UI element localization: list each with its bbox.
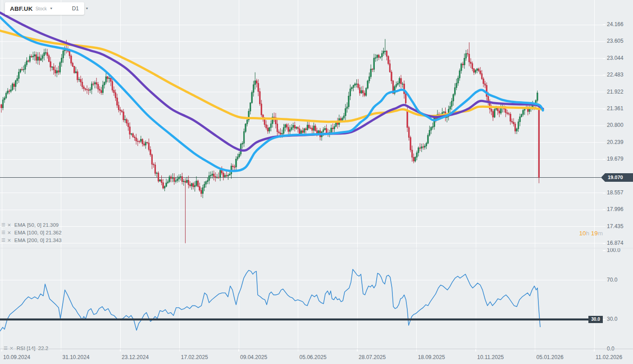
- chevron-down-icon: ▼: [50, 7, 53, 10]
- candle-countdown: 10h 19m: [549, 230, 603, 237]
- rsi-threshold-badge: 30.0: [588, 316, 603, 323]
- ema100-legend-row: ☰ ✕ EMA [100, 0] 21.362: [1, 229, 62, 236]
- trading-chart-window: 24.16623.60523.04422.48321.92221.36120.8…: [0, 0, 633, 364]
- indicator-name: EMA: [14, 230, 26, 235]
- timeframe-label: D1: [72, 5, 79, 12]
- countdown-hours: 10: [579, 230, 586, 237]
- timeframe-dropdown[interactable]: D1 ▼: [69, 2, 91, 15]
- indicator-settings-icon[interactable]: ☰: [1, 238, 5, 243]
- countdown-hours-unit: h: [586, 230, 589, 237]
- indicator-remove-icon[interactable]: ✕: [7, 223, 11, 227]
- indicator-remove-icon[interactable]: ✕: [7, 230, 11, 235]
- indicator-value: 22.2: [38, 346, 48, 351]
- indicator-name: EMA: [14, 238, 26, 243]
- indicator-params: [200, 0]: [27, 238, 44, 243]
- indicator-remove-icon[interactable]: ✕: [7, 238, 11, 243]
- indicator-settings-icon[interactable]: ☰: [1, 223, 5, 227]
- price-chart-canvas[interactable]: [0, 0, 633, 364]
- indicator-value: 21.362: [46, 230, 61, 235]
- indicator-params: [100, 0]: [27, 230, 44, 235]
- indicator-name: RSI: [17, 346, 25, 351]
- axis-divider: [0, 349, 633, 349]
- instrument-type-label: Stock: [36, 6, 47, 11]
- countdown-minutes-unit: m: [598, 230, 603, 237]
- rsi-legend-row: ☰ ✕ RSI [14] 22.2: [4, 344, 48, 352]
- indicator-params: [50, 0]: [27, 222, 41, 228]
- ema-50-line: [0, 17, 543, 171]
- ema-100-line: [0, 13, 543, 151]
- rsi-line: [0, 270, 540, 332]
- ema200-legend-row: ☰ ✕ EMA [200, 0] 21.343: [1, 236, 62, 244]
- ema50-legend-row: ☰ ✕ EMA [50, 0] 21.309: [1, 221, 62, 229]
- current-price-badge: 19.070: [601, 173, 633, 182]
- indicator-name: EMA: [14, 222, 26, 228]
- chevron-down-icon: ▼: [85, 7, 89, 10]
- axis-ticks: [2, 25, 606, 351]
- indicator-settings-icon[interactable]: ☰: [4, 346, 8, 351]
- instrument-selector: ABF.UK Stock ▼ D1 ▼: [5, 2, 84, 15]
- symbol-label: ABF.UK: [10, 5, 33, 12]
- indicator-value: 21.343: [46, 238, 61, 243]
- gridlines: [0, 0, 603, 349]
- countdown-minutes: 19: [589, 230, 598, 237]
- pane-divider[interactable]: [0, 248, 633, 248]
- indicator-params: [14]: [27, 346, 35, 351]
- indicator-remove-icon[interactable]: ✕: [9, 346, 14, 351]
- indicator-settings-icon[interactable]: ☰: [1, 230, 5, 235]
- ema-legend: ☰ ✕ EMA [50, 0] 21.309 ☰ ✕ EMA [100, 0] …: [1, 221, 62, 244]
- symbol-dropdown[interactable]: ABF.UK Stock ▼: [5, 2, 57, 15]
- rsi-legend: ☰ ✕ RSI [14] 22.2: [4, 344, 48, 352]
- indicator-value: 21.309: [43, 222, 59, 228]
- ema-200-line: [0, 31, 543, 122]
- candlestick-series: [1, 39, 540, 243]
